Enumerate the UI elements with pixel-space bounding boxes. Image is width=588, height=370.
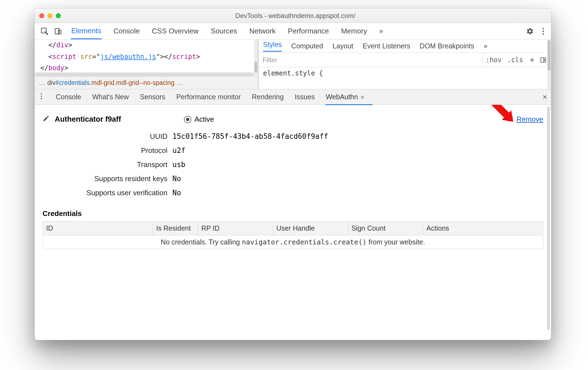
- tab-network[interactable]: Network: [249, 24, 276, 39]
- styles-tabs: Styles Computed Layout Event Listeners D…: [259, 40, 551, 53]
- tabs-overflow-icon[interactable]: »: [379, 24, 384, 39]
- breadcrumb[interactable]: … div#credentials.mdl-grid.mdl-grid--no-…: [35, 76, 258, 89]
- vertical-scrollbar[interactable]: [547, 40, 551, 89]
- drawer-tab-webauthn[interactable]: WebAuthn×: [326, 90, 364, 104]
- close-drawer-icon[interactable]: ×: [543, 93, 547, 101]
- authenticator-header: Authenticator f9aff Active Remove: [43, 115, 543, 124]
- drawer-tab-webauthn-label: WebAuthn: [326, 93, 358, 101]
- tab-performance[interactable]: Performance: [287, 24, 330, 39]
- elements-panel: </div> <script src="js/webauthn.js"></sc…: [35, 40, 551, 89]
- breadcrumb-overflow-right[interactable]: …: [174, 79, 185, 87]
- styles-tab-dom-breakpoints[interactable]: DOM Breakpoints: [420, 42, 474, 50]
- computed-sidebar-toggle-icon[interactable]: [538, 56, 548, 64]
- drawer-tab-issues[interactable]: Issues: [295, 90, 315, 104]
- prop-label-transport: Transport: [43, 160, 172, 169]
- window-titlebar: DevTools - webauthndemo.appspot.com/: [35, 9, 551, 23]
- prop-label-uuid: UUID: [43, 132, 172, 141]
- credentials-empty-row: No credentials. Try calling navigator.cr…: [43, 235, 543, 249]
- minimize-window-button[interactable]: [48, 13, 53, 18]
- drawer-tab-rendering[interactable]: Rendering: [252, 90, 284, 104]
- breadcrumb-overflow-left[interactable]: …: [36, 79, 47, 87]
- code-line: </div>: [35, 40, 258, 51]
- window-title: DevTools - webauthndemo.appspot.com/: [61, 12, 530, 20]
- drawer-more-icon[interactable]: [38, 93, 45, 101]
- tab-elements[interactable]: Elements: [71, 23, 102, 39]
- credentials-table: ID Is Resident RP ID User Handle Sign Co…: [43, 221, 543, 249]
- svg-point-3: [542, 28, 544, 29]
- col-id: ID: [43, 222, 153, 235]
- col-is-resident: Is Resident: [153, 222, 198, 235]
- vertical-scrollbar[interactable]: [547, 106, 550, 339]
- styles-tab-event-listeners[interactable]: Event Listeners: [363, 42, 410, 50]
- tab-memory[interactable]: Memory: [340, 24, 368, 39]
- dom-tree[interactable]: </div> <script src="js/webauthn.js"></sc…: [35, 40, 259, 89]
- prop-value-uv: No: [172, 189, 543, 197]
- remove-authenticator-link[interactable]: Remove: [516, 115, 543, 124]
- close-tab-icon[interactable]: ×: [361, 94, 364, 101]
- prop-value-rk: No: [172, 174, 543, 183]
- tab-console[interactable]: Console: [113, 24, 140, 39]
- styles-filter-row: :hov .cls +: [259, 53, 551, 67]
- vertical-scrollbar[interactable]: [254, 40, 258, 76]
- col-actions: Actions: [423, 222, 543, 235]
- hov-toggle[interactable]: :hov: [483, 56, 505, 64]
- col-sign-count: Sign Count: [348, 222, 423, 235]
- prop-label-protocol: Protocol: [43, 146, 172, 155]
- more-options-icon[interactable]: [538, 26, 548, 36]
- drawer-tab-sensors[interactable]: Sensors: [140, 90, 165, 104]
- element-style-rule[interactable]: element.style {: [259, 67, 551, 79]
- drawer-tab-whats-new[interactable]: What's New: [92, 90, 129, 104]
- drawer-tab-console[interactable]: Console: [56, 90, 81, 104]
- svg-rect-1: [55, 28, 59, 34]
- empty-text-prefix: No credentials. Try calling: [161, 238, 242, 246]
- webauthn-panel: Authenticator f9aff Active Remove UUID 1…: [35, 105, 551, 340]
- edit-pencil-icon[interactable]: [43, 115, 50, 124]
- zoom-window-button[interactable]: [56, 13, 61, 18]
- horizontal-scrollbar[interactable]: [35, 72, 254, 76]
- prop-value-uuid: 15c01f56-785f-43b4-ab58-4facd60f9aff: [172, 132, 543, 140]
- svg-point-8: [41, 95, 42, 97]
- breadcrumb-current[interactable]: div#credentials.mdl-grid.mdl-grid--no-sp…: [47, 79, 174, 87]
- prop-value-protocol: u2f: [172, 146, 543, 155]
- tab-sources[interactable]: Sources: [210, 24, 238, 39]
- styles-tab-computed[interactable]: Computed: [291, 42, 323, 50]
- empty-text-code: navigator.credentials.create(): [242, 238, 367, 246]
- col-user-handle: User Handle: [273, 222, 348, 235]
- prop-label-rk: Supports resident keys: [43, 174, 172, 183]
- tab-css-overview[interactable]: CSS Overview: [151, 24, 199, 39]
- inspect-element-icon[interactable]: [38, 26, 51, 37]
- svg-point-9: [41, 98, 42, 99]
- svg-point-5: [542, 33, 544, 35]
- close-window-button[interactable]: [39, 13, 44, 18]
- device-toolbar-icon[interactable]: [51, 26, 65, 37]
- styles-panel: Styles Computed Layout Event Listeners D…: [259, 40, 551, 89]
- empty-text-suffix: from your website.: [367, 238, 425, 246]
- authenticator-properties: UUID 15c01f56-785f-43b4-ab58-4facd60f9af…: [43, 132, 543, 197]
- col-rp-id: RP ID: [198, 222, 273, 235]
- new-style-rule-button[interactable]: +: [526, 55, 538, 64]
- prop-label-uv: Supports user verification: [43, 189, 172, 197]
- drawer-tab-performance-monitor[interactable]: Performance monitor: [176, 90, 241, 104]
- drawer-tabbar: Console What's New Sensors Performance m…: [35, 89, 551, 105]
- prop-value-transport: usb: [172, 160, 543, 169]
- main-tabbar: Elements Console CSS Overview Sources Ne…: [35, 23, 551, 40]
- svg-point-7: [41, 93, 42, 94]
- code-line: <script src="js/webauthn.js"></script>: [35, 51, 258, 63]
- styles-filter-input[interactable]: [259, 53, 483, 67]
- radio-icon: [184, 116, 191, 123]
- settings-gear-icon[interactable]: [525, 26, 535, 36]
- traffic-lights: [39, 13, 61, 18]
- devtools-window: DevTools - webauthndemo.appspot.com/ Ele…: [35, 8, 551, 340]
- active-radio[interactable]: Active: [184, 115, 214, 124]
- svg-point-4: [542, 30, 544, 32]
- styles-tabs-overflow-icon[interactable]: »: [484, 42, 487, 50]
- authenticator-title: Authenticator f9aff: [55, 115, 121, 124]
- credentials-heading: Credentials: [43, 209, 543, 218]
- active-label: Active: [195, 115, 214, 124]
- styles-tab-styles[interactable]: Styles: [263, 41, 282, 52]
- svg-rect-6: [541, 58, 546, 62]
- credentials-section: Credentials ID Is Resident RP ID User Ha…: [43, 209, 543, 249]
- cls-toggle[interactable]: .cls: [504, 56, 526, 64]
- main-tabs: Elements Console CSS Overview Sources Ne…: [71, 23, 384, 39]
- styles-tab-layout[interactable]: Layout: [332, 42, 353, 50]
